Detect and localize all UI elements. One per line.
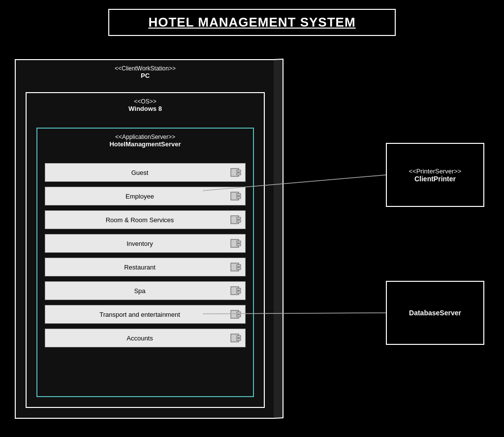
svg-rect-10 bbox=[237, 241, 241, 243]
title-box: HOTEL MANAGEMENT SYSTEM bbox=[108, 9, 396, 36]
svg-rect-22 bbox=[237, 336, 241, 337]
svg-rect-18 bbox=[231, 310, 239, 318]
component-icon-4 bbox=[230, 262, 241, 272]
module-box-5: Spa bbox=[45, 281, 246, 300]
svg-rect-5 bbox=[237, 197, 241, 199]
svg-rect-14 bbox=[237, 268, 241, 269]
svg-rect-4 bbox=[237, 194, 241, 196]
os-box: <<OS>> Windows 8 <<ApplicationServer>> H… bbox=[26, 92, 265, 408]
svg-rect-3 bbox=[231, 192, 239, 200]
svg-rect-8 bbox=[237, 220, 241, 222]
svg-rect-2 bbox=[237, 173, 241, 175]
module-label-3: Inventory bbox=[51, 240, 228, 247]
svg-rect-15 bbox=[231, 287, 239, 295]
svg-rect-17 bbox=[237, 291, 241, 293]
component-icon-1 bbox=[230, 191, 241, 201]
svg-rect-12 bbox=[231, 263, 239, 271]
svg-rect-21 bbox=[231, 334, 239, 342]
module-box-4: Restaurant bbox=[45, 258, 246, 276]
svg-rect-0 bbox=[231, 168, 239, 176]
module-box-7: Accounts bbox=[45, 329, 246, 347]
module-box-1: Employee bbox=[45, 187, 246, 205]
component-icon-0 bbox=[230, 168, 241, 177]
module-label-1: Employee bbox=[51, 193, 228, 200]
app-server-box: <<ApplicationServer>> HotelManagmentServ… bbox=[36, 128, 254, 397]
printer-server-label: <<PrinterServer>> ClientPrinter bbox=[409, 168, 462, 183]
component-icon-2 bbox=[230, 215, 241, 225]
module-label-7: Accounts bbox=[51, 335, 228, 342]
module-label-0: Guest bbox=[51, 169, 228, 176]
app-server-label: <<ApplicationServer>> HotelManagmentServ… bbox=[109, 134, 181, 148]
printer-server-box: <<PrinterServer>> ClientPrinter bbox=[386, 143, 484, 207]
svg-rect-9 bbox=[231, 239, 239, 247]
db-server-label: DatabaseServer bbox=[409, 309, 461, 317]
component-icon-3 bbox=[230, 238, 241, 248]
svg-rect-19 bbox=[237, 312, 241, 314]
svg-rect-16 bbox=[237, 288, 241, 290]
module-label-6: Transport and entertainment bbox=[51, 311, 228, 318]
module-label-2: Room & Room Services bbox=[51, 216, 228, 224]
component-icon-5 bbox=[230, 286, 241, 296]
svg-rect-13 bbox=[237, 265, 241, 267]
svg-rect-20 bbox=[237, 315, 241, 317]
module-label-4: Restaurant bbox=[51, 264, 228, 271]
svg-rect-1 bbox=[237, 170, 241, 172]
svg-rect-6 bbox=[231, 216, 239, 224]
module-label-5: Spa bbox=[51, 287, 228, 295]
component-icon-6 bbox=[230, 309, 241, 319]
svg-rect-23 bbox=[237, 338, 241, 340]
client-workstation-label: <<ClientWorkStation>> PC bbox=[115, 65, 176, 79]
svg-rect-11 bbox=[237, 244, 241, 246]
svg-rect-7 bbox=[237, 217, 241, 219]
module-box-2: Room & Room Services bbox=[45, 210, 246, 229]
module-box-3: Inventory bbox=[45, 234, 246, 253]
component-icon-7 bbox=[230, 333, 241, 343]
os-label: <<OS>> Windows 8 bbox=[128, 98, 162, 112]
client-workstation-box: <<ClientWorkStation>> PC <<OS>> Windows … bbox=[15, 59, 276, 419]
module-box-0: Guest bbox=[45, 163, 246, 182]
main-title: HOTEL MANAGEMENT SYSTEM bbox=[119, 15, 385, 30]
module-box-6: Transport and entertainment bbox=[45, 305, 246, 324]
db-server-box: DatabaseServer bbox=[386, 281, 484, 345]
modules-container: Guest Employee Room & Room Services Inve… bbox=[45, 161, 246, 389]
